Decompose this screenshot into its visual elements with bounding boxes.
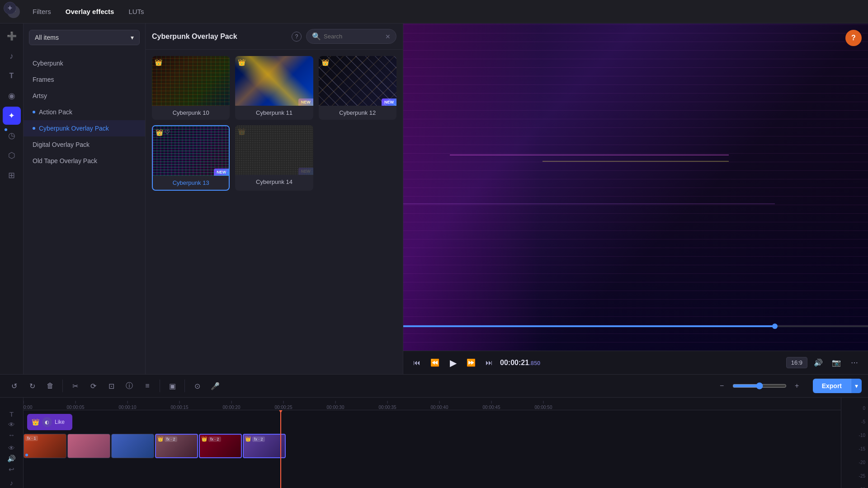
sidebar-icon-add[interactable]: ➕ (3, 27, 21, 45)
db-label-5: -5 (841, 415, 868, 428)
sidebar-icon-shapes[interactable]: ⬡ (3, 146, 21, 164)
ruler-tick: 00:00:50 (535, 405, 552, 410)
effect-card-cyberpunk12[interactable]: 👑 NEW Cyberpunk 12 (319, 56, 396, 120)
separator (62, 380, 63, 392)
scene-button[interactable]: ▣ (165, 378, 180, 394)
effect-label-cyberpunk11: Cyberpunk 11 (235, 106, 313, 120)
sidebar-item-action-pack[interactable]: Action Pack (24, 104, 145, 120)
help-icon[interactable]: ? (292, 32, 302, 42)
sidebar-item-old-tape-overlay-pack[interactable]: Old Tape Overlay Pack (24, 153, 145, 169)
video-clip-5[interactable]: 👑 fx · 2 (199, 434, 242, 458)
tl-text-icon[interactable]: T (5, 410, 19, 418)
fx-badge: fx · 2 (252, 436, 265, 442)
search-clear-icon[interactable]: ✕ (385, 33, 391, 40)
sidebar-item-cyberpunk[interactable]: Cyberpunk (24, 55, 145, 71)
tab-filters[interactable]: Filters (25, 4, 58, 19)
redo-button[interactable]: ↻ (24, 378, 40, 394)
ruler-tick: 00:00:20 (223, 405, 241, 410)
effect-label-cyberpunk12: Cyberpunk 12 (319, 106, 396, 120)
cut-button[interactable]: ✂ (67, 378, 83, 394)
all-items-dropdown[interactable]: All items ▾ (29, 30, 140, 45)
tl-audio-icon[interactable]: 🔊 (5, 455, 19, 463)
tl-eye-icon[interactable]: 👁 (5, 421, 19, 428)
zoom-slider[interactable] (732, 382, 787, 389)
sidebar-item-artsy[interactable]: Artsy (24, 88, 145, 104)
skip-start-button[interactable]: ⏮ (410, 356, 424, 370)
tl-music-icon[interactable]: ♪ (5, 479, 19, 487)
volume-button[interactable]: 🔊 (811, 356, 826, 370)
top-nav: + Filters Overlay effects LUTs (0, 0, 868, 23)
adjust-button[interactable]: ≡ (140, 378, 155, 394)
crown-icon: 👑 (238, 59, 245, 66)
video-clip-3[interactable] (111, 434, 154, 458)
search-input[interactable] (324, 33, 382, 40)
sidebar-icon-effects[interactable]: ◉ (3, 87, 21, 105)
fx-badge: fx · 1 (25, 436, 38, 441)
crown-icon: 👑 (156, 129, 163, 136)
ratio-button[interactable]: 16:9 (786, 357, 807, 368)
record-button[interactable]: ⊙ (189, 378, 205, 394)
more-options-button[interactable]: ⋯ (847, 356, 862, 370)
tl-back-icon[interactable]: ↩ (5, 465, 19, 474)
export-button[interactable]: Export (813, 379, 851, 393)
ruler-tick: 00:00:05 (67, 405, 85, 410)
sidebar-icon-overlay[interactable]: ✦ (3, 107, 21, 125)
video-clip-1[interactable]: fx · 1 (24, 434, 66, 458)
sidebar-item-frames[interactable]: Frames (24, 71, 145, 88)
step-forward-button[interactable]: ⏩ (464, 356, 478, 370)
sidebar-item-label: Old Tape Overlay Pack (33, 157, 97, 164)
zoom-plus-button[interactable]: + (789, 378, 805, 394)
sidebar-icon-music[interactable]: ♪ (3, 47, 21, 65)
crop-button[interactable]: ⊡ (104, 378, 119, 394)
effect-card-cyberpunk13[interactable]: 👑 ♡ NEW Cyberpunk 13 (152, 125, 230, 191)
clip-crown-icon: 👑 (157, 436, 164, 442)
clip-crown-icon: 👑 (201, 436, 208, 442)
overlay-track[interactable]: 👑 ◐ Like (27, 414, 72, 430)
export-dropdown-button[interactable]: ▾ (851, 379, 862, 393)
effect-card-cyberpunk14[interactable]: 👑 NEW Cyberpunk 14 (235, 125, 313, 191)
clip-badge: 👑 fx · 2 (245, 436, 265, 442)
ruler-tick: 00:00:35 (379, 405, 396, 410)
tl-eye2-icon[interactable]: 👁 (5, 444, 19, 452)
main-area: ➕ ♪ T ◉ ✦ ◷ ⬡ ⊞ All items ▾ Cyberpunk Fr… (0, 23, 868, 374)
info-button[interactable]: ⓘ (122, 378, 137, 394)
effect-thumb-cyberpunk12: 👑 NEW (319, 56, 396, 106)
tab-overlay-effects[interactable]: Overlay effects (58, 4, 122, 19)
zoom-minus-button[interactable]: − (714, 378, 730, 394)
sidebar-icon-text[interactable]: T (3, 67, 21, 85)
effect-grid: 👑 Cyberpunk 10 👑 NEW Cyberpunk 11 👑 NEW … (146, 50, 403, 197)
sidebar-icon-clock[interactable]: ◷ (3, 127, 21, 145)
timeline-main: 00:00:00 00:00:05 00:00:10 00:00:15 00:0… (24, 398, 841, 488)
progress-bar-fill (403, 325, 775, 327)
video-clip-4[interactable]: 👑 fx · 2 (155, 434, 198, 458)
video-clip-6[interactable]: 👑 fx · 2 (243, 434, 286, 458)
new-badge: NEW (382, 99, 396, 106)
sidebar-icon-grid[interactable]: ⊞ (3, 166, 21, 184)
split-button[interactable]: ⟳ (85, 378, 101, 394)
db-label-30: -30 (841, 483, 868, 488)
time-value: 00:00:21 (500, 359, 529, 366)
video-clip-2[interactable] (67, 434, 110, 458)
sidebar-item-digital-overlay-pack[interactable]: Digital Overlay Pack (24, 136, 145, 153)
bottom-toolbar: ↺ ↻ 🗑 ✂ ⟳ ⊡ ⓘ ≡ ▣ ⊙ 🎤 − + Export ▾ (0, 374, 868, 398)
delete-button[interactable]: 🗑 (42, 378, 58, 394)
undo-button[interactable]: ↺ (6, 378, 22, 394)
zoom-control: − + (714, 378, 805, 394)
snapshot-button[interactable]: 📷 (829, 356, 844, 370)
mic-button[interactable]: 🎤 (208, 378, 223, 394)
timeline-tracks: 👑 ◐ Like fx · 1 👑 fx · (24, 410, 841, 488)
tab-luts[interactable]: LUTs (121, 4, 151, 19)
progress-bar-container[interactable] (403, 325, 868, 327)
overlay-type-icon: ◐ (42, 417, 52, 427)
effect-thumb-cyberpunk14: 👑 NEW (235, 125, 313, 175)
effect-card-cyberpunk11[interactable]: 👑 NEW Cyberpunk 11 (235, 56, 313, 120)
play-button[interactable]: ▶ (446, 356, 460, 370)
tl-loop-icon[interactable]: ↔ (5, 431, 19, 439)
help-fab-button[interactable]: ? (845, 30, 862, 46)
skip-end-button[interactable]: ⏭ (482, 356, 496, 370)
step-back-button[interactable]: ⏪ (428, 356, 442, 370)
sidebar-item-cyberpunk-overlay-pack[interactable]: Cyberpunk Overlay Pack (24, 120, 145, 136)
dropdown-label: All items (35, 34, 59, 41)
db-label-25: -25 (841, 469, 868, 483)
effect-card-cyberpunk10[interactable]: 👑 Cyberpunk 10 (152, 56, 230, 120)
